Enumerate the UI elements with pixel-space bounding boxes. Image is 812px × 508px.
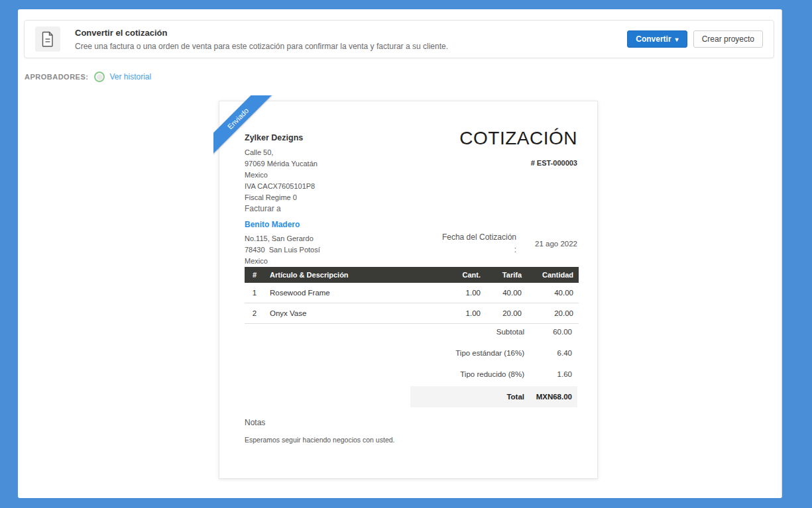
convert-banner-title: Convertir el cotización bbox=[75, 28, 627, 38]
quotation-date-label: Fecha del Cotización : bbox=[424, 231, 516, 256]
document-icon bbox=[35, 26, 60, 52]
view-history-link[interactable]: Ver historial bbox=[109, 72, 151, 81]
convert-banner-subtitle: Cree una factura o una orden de venta pa… bbox=[75, 42, 627, 51]
convert-banner: Convertir el cotización Cree una factura… bbox=[24, 20, 774, 58]
bill-to-address-line: No.115, San Gerardo bbox=[245, 233, 320, 244]
table-row: 1Rosewood Frame1.0040.0040.00 bbox=[245, 283, 579, 303]
totals-row-value: 60.00 bbox=[524, 328, 572, 336]
notes-label: Notas bbox=[245, 418, 394, 427]
create-project-button[interactable]: Crear proyecto bbox=[693, 30, 763, 48]
document-title: COTIZACIÓN bbox=[459, 128, 577, 149]
page: { "banner": { "title": "Convertir el cot… bbox=[0, 0, 812, 508]
quotation-date-value: 21 ago 2022 bbox=[516, 240, 577, 248]
company-address: Calle 50,97069 Mérida YucatánMexicoIVA C… bbox=[245, 147, 318, 203]
quotation-paper: Enviado Zylker Dezigns Calle 50,97069 Mé… bbox=[219, 101, 598, 479]
bill-to-address-line: 78430 San Luis Potosí bbox=[245, 244, 320, 256]
totals-row: Tipo estándar (16%)6.40 bbox=[410, 342, 577, 364]
convert-banner-text: Convertir el cotización Cree una factura… bbox=[75, 28, 627, 51]
customer-link[interactable]: Benito Madero bbox=[245, 220, 320, 229]
items-table: #Artículo & DescripciónCant.TarifaCantid… bbox=[245, 267, 579, 324]
app-window: Convertir el cotización Cree una factura… bbox=[18, 9, 782, 498]
document-head: COTIZACIÓN # EST-000003 bbox=[459, 128, 577, 167]
approvers-label: APROBADORES: bbox=[25, 73, 88, 81]
company-address-line: Fiscal Regime 0 bbox=[245, 192, 318, 203]
items-column-header: Cantidad bbox=[527, 267, 579, 283]
totals-row-label: Tipo estándar (16%) bbox=[416, 349, 524, 357]
cell-item-name: Onyx Vase bbox=[264, 303, 445, 324]
bill-to-block: Facturar a Benito Madero No.115, San Ger… bbox=[245, 204, 320, 267]
company-address-line: 97069 Mérida Yucatán bbox=[245, 158, 318, 170]
totals-row: Subtotal60.00 bbox=[410, 321, 577, 342]
approver-avatar[interactable] bbox=[94, 72, 105, 82]
notes-text: Esperamos seguir haciendo negocios con u… bbox=[245, 436, 394, 444]
totals-row-label: Tipo reducido (8%) bbox=[416, 370, 524, 378]
avatar-placeholder-icon bbox=[97, 74, 103, 80]
cell-amount: 40.00 bbox=[527, 283, 579, 303]
document-number: # EST-000003 bbox=[459, 159, 577, 167]
approvers-row: APROBADORES: Ver historial bbox=[25, 72, 151, 82]
banner-actions: Convertir▾ Crear proyecto bbox=[627, 30, 763, 48]
company-address-line: Mexico bbox=[245, 170, 318, 181]
items-column-header: # bbox=[245, 267, 264, 283]
bill-to-address-line: Mexico bbox=[245, 256, 320, 267]
cell-quantity: 1.00 bbox=[445, 303, 486, 324]
items-table-header: #Artículo & DescripciónCant.TarifaCantid… bbox=[245, 267, 579, 283]
cell-row-number: 2 bbox=[245, 303, 264, 324]
company-address-line: IVA CACX7605101P8 bbox=[245, 181, 318, 192]
quotation-date-colon: : bbox=[424, 244, 516, 256]
cell-quantity: 1.00 bbox=[445, 283, 486, 303]
notes-block: Notas Esperamos seguir haciendo negocios… bbox=[245, 418, 394, 444]
items-column-header: Cant. bbox=[445, 267, 486, 283]
convert-button-label: Convertir bbox=[636, 34, 671, 44]
total-label: Total bbox=[416, 393, 524, 401]
cell-item-name: Rosewood Frame bbox=[264, 283, 445, 303]
cell-rate: 20.00 bbox=[486, 303, 527, 324]
totals-row-value: 6.40 bbox=[524, 349, 572, 357]
totals-row: Tipo reducido (8%)1.60 bbox=[410, 364, 577, 385]
total-row: Total MXN68.00 bbox=[410, 386, 577, 407]
cell-rate: 40.00 bbox=[486, 283, 527, 303]
company-block: Zylker Dezigns Calle 50,97069 Mérida Yuc… bbox=[245, 133, 318, 203]
convert-button[interactable]: Convertir▾ bbox=[627, 30, 687, 48]
totals-row-value: 1.60 bbox=[524, 370, 572, 378]
company-name: Zylker Dezigns bbox=[245, 133, 318, 142]
total-value: MXN68.00 bbox=[524, 393, 572, 401]
cell-amount: 20.00 bbox=[527, 303, 579, 324]
items-column-header: Artículo & Descripción bbox=[264, 267, 445, 283]
items-column-header: Tarifa bbox=[486, 267, 527, 283]
table-row: 2Onyx Vase1.0020.0020.00 bbox=[245, 303, 579, 324]
caret-down-icon: ▾ bbox=[675, 36, 679, 43]
totals-row-label: Subtotal bbox=[416, 328, 524, 336]
company-address-line: Calle 50, bbox=[245, 147, 318, 158]
totals-block: Subtotal60.00Tipo estándar (16%)6.40Tipo… bbox=[410, 321, 577, 407]
bill-to-label: Facturar a bbox=[245, 204, 320, 213]
bill-to-address: No.115, San Gerardo78430 San Luis Potosí… bbox=[245, 233, 320, 267]
quotation-date-row: Fecha del Cotización : 21 ago 2022 bbox=[424, 231, 577, 256]
cell-row-number: 1 bbox=[245, 283, 264, 303]
quotation-date-label-text: Fecha del Cotización bbox=[442, 232, 516, 242]
